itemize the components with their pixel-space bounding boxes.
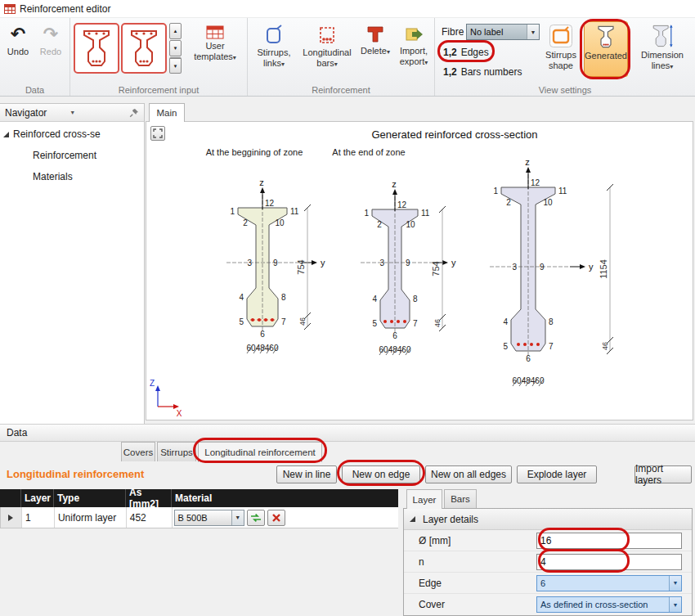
undo-button[interactable]: ↶ Undo <box>3 21 33 57</box>
refresh-material-button[interactable] <box>247 510 265 526</box>
diameter-input[interactable] <box>536 533 682 549</box>
svg-text:At the end of zone: At the end of zone <box>332 147 405 157</box>
tab-main[interactable]: Main <box>149 103 185 122</box>
svg-text:4: 4 <box>239 293 244 302</box>
tab-bars[interactable]: Bars <box>444 489 477 508</box>
row-selector[interactable] <box>1 507 22 528</box>
delete-button[interactable]: Delete▾ <box>357 22 393 56</box>
new-on-edge-button[interactable]: New on edge <box>342 465 420 483</box>
svg-text:11: 11 <box>290 207 299 216</box>
svg-text:6048460: 6048460 <box>513 376 545 385</box>
stirrups-shape-icon <box>549 24 573 48</box>
longitudinal-bars-button[interactable]: Longitudinal bars▾ <box>298 22 356 68</box>
tree-expander-icon[interactable] <box>3 132 9 137</box>
pin-icon[interactable] <box>129 108 139 118</box>
tree-item-label: Reinforced cross-se <box>13 128 101 140</box>
field-row-cover: Cover As defined in cross-section ▼ <box>404 594 692 615</box>
bars-num: 1,2 <box>443 66 457 78</box>
caret-down-icon: ▾ <box>233 54 236 61</box>
svg-text:Z: Z <box>150 379 155 388</box>
gallery-scroll-down-button[interactable]: ▼ <box>169 40 182 56</box>
bars-numbers-label: Bars numbers <box>461 66 522 78</box>
tree-item-reinforcement[interactable]: Reinforcement <box>33 146 96 164</box>
svg-text:z: z <box>259 178 264 187</box>
svg-text:5: 5 <box>239 317 244 326</box>
column-layer: Layer <box>21 489 54 507</box>
fibre-select[interactable]: No label ▼ <box>466 24 540 40</box>
new-on-all-edges-button[interactable]: New on all edges <box>425 465 512 483</box>
redo-button[interactable]: ↷ Redo <box>36 21 65 57</box>
import-export-icon <box>404 25 424 44</box>
user-templates-icon <box>206 25 224 39</box>
new-in-line-button[interactable]: New in line <box>276 465 337 483</box>
gallery-more-button[interactable]: ▼ <box>169 57 182 74</box>
tab-layer-label: Layer <box>413 495 437 505</box>
navigator-panel: Navigator ▼ Reinforced cross-se Reinforc… <box>0 103 145 424</box>
caret-down-icon: ▾ <box>334 61 338 68</box>
svg-text:y: y <box>321 258 325 268</box>
tab-main-label: Main <box>157 108 177 118</box>
tree-item-reinforced-cross-section[interactable]: Reinforced cross-se <box>3 125 101 143</box>
svg-text:12: 12 <box>397 200 407 209</box>
tree-item-label: Materials <box>33 171 73 182</box>
cover-select[interactable]: As defined in cross-section ▼ <box>536 596 682 613</box>
import-export-button[interactable]: Import, export▾ <box>395 22 433 66</box>
n-label: n <box>404 556 536 568</box>
svg-text:754: 754 <box>431 261 441 276</box>
svg-text:9: 9 <box>273 259 278 268</box>
refresh-icon <box>249 511 262 524</box>
stirrups-shape-button[interactable]: Stirrups shape <box>541 21 581 70</box>
longitudinal-toolbar: Longitudinal reinforcement New in line N… <box>0 463 695 486</box>
template-thumbnail-2[interactable] <box>121 23 167 74</box>
layer-details-group-header[interactable]: Layer details <box>404 509 692 530</box>
column-as: As [mm2] <box>126 489 172 507</box>
svg-text:At the beggining of zone: At the beggining of zone <box>206 147 303 157</box>
svg-text:7: 7 <box>281 317 286 326</box>
navigator-dropdown-icon[interactable]: ▼ <box>70 110 75 115</box>
import-layers-button[interactable]: Import layers <box>634 465 692 483</box>
svg-text:10: 10 <box>275 218 285 227</box>
edges-toggle[interactable]: 1,2 Edges <box>443 45 489 59</box>
delete-layer-button[interactable] <box>267 510 285 526</box>
table-row[interactable]: 1 Uniform layer 452 B 500B ▼ <box>0 507 398 528</box>
svg-text:754: 754 <box>296 259 306 274</box>
stirrups-links-button[interactable]: Stirrups, links▾ <box>251 22 297 68</box>
redo-icon: ↷ <box>43 24 58 45</box>
dimension-lines-icon <box>650 24 675 48</box>
tab-layer[interactable]: Layer <box>406 489 442 509</box>
svg-text:3: 3 <box>247 259 252 268</box>
redo-label: Redo <box>40 47 61 57</box>
stirrups-links-label: Stirrups, links <box>258 47 291 68</box>
arrow-down-icon: ▼ <box>173 64 178 69</box>
edge-select[interactable]: 6 ▼ <box>536 575 682 591</box>
fit-view-button[interactable] <box>150 126 165 141</box>
gallery-scroll-up-button[interactable]: ▲ <box>169 23 182 39</box>
svg-text:y: y <box>451 258 456 268</box>
main-tab-strip: Main <box>145 103 695 121</box>
fibre-value: No label <box>467 25 527 39</box>
tab-covers[interactable]: Covers <box>121 442 155 461</box>
material-select[interactable]: B 500B ▼ <box>174 510 244 526</box>
explode-layer-button[interactable]: Explode layer <box>517 465 597 483</box>
svg-text:46: 46 <box>433 319 442 327</box>
tree-item-materials[interactable]: Materials <box>33 168 73 186</box>
group-label-reinforcement-input: Reinforcement input <box>70 85 247 95</box>
template-thumbnail-1[interactable] <box>74 23 119 74</box>
drawing-canvas[interactable]: Generated reinforced cross-sectionAt the… <box>146 121 693 420</box>
user-templates-button[interactable]: User templates▾ <box>185 23 245 61</box>
import-export-label: Import, export <box>400 46 428 66</box>
combo-arrow-icon: ▼ <box>669 597 681 612</box>
generated-button[interactable]: Generated <box>584 21 628 77</box>
dimension-lines-button[interactable]: Dimension lines▾ <box>631 21 693 70</box>
data-panel-title: Data <box>7 427 27 438</box>
svg-text:11: 11 <box>558 187 567 196</box>
svg-text:1154: 1154 <box>599 259 608 279</box>
bars-numbers-toggle[interactable]: 1,2 Bars numbers <box>443 65 522 79</box>
svg-text:X: X <box>177 409 182 418</box>
svg-text:5: 5 <box>503 342 508 351</box>
import-layers-label: Import layers <box>635 463 691 486</box>
tab-stirrups[interactable]: Stirrups <box>157 442 196 461</box>
n-input[interactable] <box>536 554 682 570</box>
diameter-label: Ø [mm] <box>404 535 536 546</box>
tab-longitudinal-reinforcement[interactable]: Longitudinal reinforcement <box>198 442 322 462</box>
